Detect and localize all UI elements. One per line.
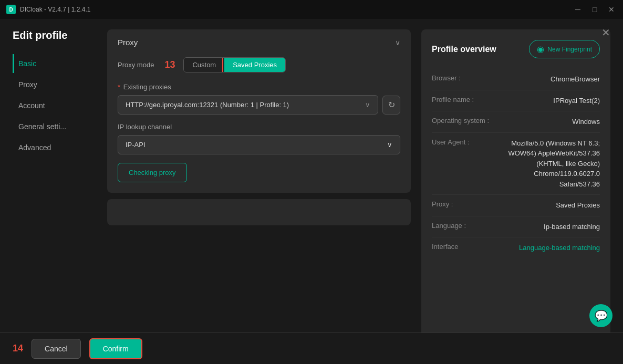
refresh-icon: ↻: [388, 100, 395, 110]
proxy-mode-tab-group: Custom Saved Proxies: [183, 57, 286, 72]
sidebar-item-general[interactable]: General setti...: [13, 117, 97, 136]
proxy-dropdown-value: HTTP://geo.iproyal.com:12321 (Number: 1 …: [126, 101, 289, 109]
minimize-button[interactable]: ─: [573, 4, 583, 15]
bottom-bar: 14 Cancel Confirm: [0, 332, 623, 364]
titlebar-controls: ─ □ ✕: [573, 4, 617, 15]
maximize-button[interactable]: □: [589, 4, 600, 15]
proxy-mode-row: Proxy mode 13 Custom Saved Proxies: [118, 57, 400, 72]
proxy-mode-label: Proxy mode: [118, 61, 154, 69]
required-star: *: [118, 83, 120, 91]
step-14-badge: 14: [13, 343, 23, 354]
checking-proxy-button[interactable]: Checking proxy: [118, 163, 187, 182]
right-panel: Profile overview ◉ New Fingerprint Brows…: [421, 29, 610, 353]
ip-lookup-value: IP-API: [126, 141, 146, 149]
os-label: Operating system :: [432, 117, 495, 124]
profile-row-proxy: Proxy : Saved Proxies: [432, 195, 600, 216]
cancel-button[interactable]: Cancel: [32, 339, 81, 359]
panel-title: Edit profile: [13, 29, 97, 41]
chat-bubble-button[interactable]: 💬: [589, 304, 612, 327]
proxy-label: Proxy :: [432, 200, 495, 208]
language-label: Language :: [432, 222, 495, 230]
interface-value: Language-based matching: [495, 243, 600, 253]
existing-proxies-label: * Existing proxies: [118, 83, 400, 91]
fingerprint-icon: ◉: [537, 44, 544, 54]
profile-row-name: Profile name : IPRoyal Test(2): [432, 90, 600, 112]
proxy-chevron-icon: ∨: [395, 38, 400, 47]
proxy-header[interactable]: Proxy ∨: [107, 29, 411, 55]
proxy-refresh-button[interactable]: ↻: [382, 96, 400, 115]
titlebar-left: D DICloak - V2.4.7 | 1.2.4.1: [6, 5, 91, 14]
step-13-badge: 13: [164, 59, 175, 70]
new-fingerprint-button[interactable]: ◉ New Fingerprint: [529, 40, 600, 58]
proxy-card: Proxy ∨ Proxy mode 13 Custom Saved Proxi…: [107, 29, 411, 193]
window-close-button[interactable]: ✕: [606, 4, 617, 15]
interface-label: Interface: [432, 243, 495, 251]
profile-row-os: Operating system : Windows: [432, 111, 600, 133]
browser-label: Browser :: [432, 74, 495, 82]
proxy-dropdown[interactable]: HTTP://geo.iproyal.com:12321 (Number: 1 …: [118, 95, 378, 115]
profile-row-interface: Interface Language-based matching: [432, 237, 600, 258]
chat-icon: 💬: [595, 309, 608, 322]
dialog-close-button[interactable]: ✕: [601, 26, 610, 39]
new-fingerprint-label: New Fingerprint: [547, 46, 592, 53]
language-value: Ip-based matching: [495, 222, 600, 232]
scroll-section: [107, 199, 411, 225]
ua-value: Mozilla/5.0 (Windows NT 6.3; WOW64) Appl…: [495, 138, 600, 190]
sidebar-item-basic[interactable]: Basic: [13, 54, 97, 73]
sidebar-item-account[interactable]: Account: [13, 96, 97, 115]
profile-row-ua: User Agent : Mozilla/5.0 (Windows NT 6.3…: [432, 133, 600, 195]
proxy-body: Proxy mode 13 Custom Saved Proxies * Exi…: [107, 55, 411, 193]
proxy-select-row: HTTP://geo.iproyal.com:12321 (Number: 1 …: [118, 95, 400, 115]
profile-overview-title: Profile overview: [432, 45, 496, 54]
ip-lookup-label: IP lookup channel: [118, 123, 400, 131]
sidebar-item-proxy[interactable]: Proxy: [13, 75, 97, 94]
proxy-value-overview: Saved Proxies: [495, 200, 600, 211]
profile-header: Profile overview ◉ New Fingerprint: [432, 40, 600, 58]
profile-row-browser: Browser : ChromeBrowser: [432, 69, 600, 90]
profile-name-label: Profile name :: [432, 96, 495, 103]
ip-lookup-chevron-icon: ∨: [387, 141, 392, 149]
tab-custom[interactable]: Custom: [184, 58, 224, 72]
app-logo: D: [6, 5, 16, 14]
sidebar-item-advanced[interactable]: Advanced: [13, 138, 97, 157]
profile-name-value: IPRoyal Test(2): [495, 96, 600, 106]
confirm-button[interactable]: Confirm: [89, 338, 142, 359]
profile-row-language: Language : Ip-based matching: [432, 216, 600, 238]
browser-value: ChromeBrowser: [495, 74, 600, 85]
ip-lookup-dropdown[interactable]: IP-API ∨: [118, 135, 400, 154]
proxy-dropdown-chevron-icon: ∨: [365, 101, 370, 109]
titlebar: D DICloak - V2.4.7 | 1.2.4.1 ─ □ ✕: [0, 0, 623, 19]
center-panel: Proxy ∨ Proxy mode 13 Custom Saved Proxi…: [107, 29, 411, 353]
left-panel: Edit profile Basic Proxy Account General…: [13, 29, 97, 353]
main-content: ✕ Edit profile Basic Proxy Account Gener…: [0, 19, 623, 364]
ua-label: User Agent :: [432, 138, 495, 146]
proxy-section-title: Proxy: [118, 38, 138, 47]
app-title: DICloak - V2.4.7 | 1.2.4.1: [20, 6, 91, 13]
os-value: Windows: [495, 117, 600, 127]
tab-saved-proxies[interactable]: Saved Proxies: [224, 58, 285, 72]
